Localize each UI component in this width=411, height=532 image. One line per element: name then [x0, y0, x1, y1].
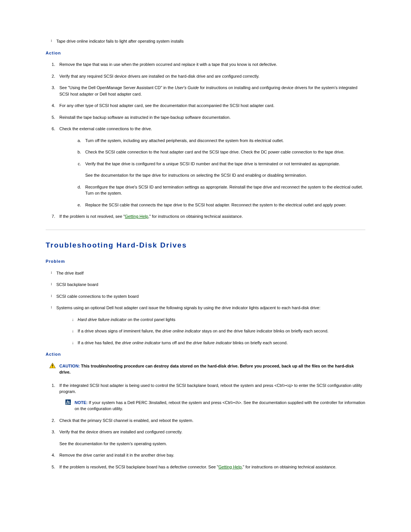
italic-text: drive online indicator [162, 329, 201, 333]
text: The drive itself [56, 271, 84, 275]
text: If a drive shows signs of imminent failu… [78, 329, 162, 333]
text: Check the SCSI cable connection to the h… [85, 150, 344, 154]
list-item: The drive itself [56, 270, 365, 276]
text: Reinstall the tape backup software as in… [59, 115, 231, 120]
text: Tape drive online indicator fails to lig… [56, 39, 183, 43]
list-item: SCSI backplane board [56, 281, 365, 288]
step-2: Verify that any required SCSI device dri… [56, 73, 365, 80]
text: Remove the drive carrier and install it … [59, 453, 174, 457]
text: stays on and the drive failure indicator… [201, 329, 328, 333]
text: Verify that the device drivers are insta… [59, 430, 182, 434]
action-steps-bottom: If the integrated SCSI host adapter is b… [46, 382, 365, 470]
text: See "Using the Dell OpenManage Server As… [59, 85, 175, 90]
step-2: Check that the primary SCSI channel is e… [56, 417, 365, 424]
caution-callout: CAUTION: This troubleshooting procedure … [46, 363, 365, 375]
text: ," for instructions on obtaining technic… [148, 214, 243, 219]
text: on the control panel lights [126, 317, 175, 322]
text: If the integrated SCSI host adapter is b… [59, 383, 362, 394]
problem-heading: Problem [46, 258, 365, 265]
text: Replace the SCSI cable that connects the… [85, 203, 346, 207]
substep-a: Turn off the system, including any attac… [82, 137, 365, 144]
step-3: See "Using the Dell OpenManage Server As… [56, 85, 365, 97]
step-1: If the integrated SCSI host adapter is b… [56, 382, 365, 412]
svg-rect-2 [52, 367, 53, 367]
svg-rect-1 [52, 364, 53, 366]
text: Systems using an optional Dell host adap… [56, 305, 320, 310]
problem-list: The drive itself SCSI backplane board SC… [46, 270, 365, 346]
text: SCSI cable connections to the system boa… [56, 294, 139, 299]
list-item: Systems using an optional Dell host adap… [56, 305, 365, 346]
text: Verify that any required SCSI device dri… [59, 74, 260, 78]
text: Check that the primary SCSI channel is e… [59, 418, 193, 423]
text: If a drive has failed, the [78, 340, 122, 345]
text: Reconfigure the tape drive's SCSI ID and… [85, 185, 363, 196]
step-4: Remove the drive carrier and install it … [56, 452, 365, 459]
text: If your system has a Dell PERC 3installe… [75, 400, 365, 411]
caution-label: CAUTION: [59, 364, 81, 368]
substeps: Turn off the system, including any attac… [59, 137, 365, 208]
substep-e: Replace the SCSI cable that connects the… [82, 202, 365, 208]
text: If the problem is resolved, the SCSI bac… [59, 465, 218, 469]
step-7: If the problem is not resolved, see "Get… [56, 213, 365, 220]
problem-sublist: Hard drive failure indicator on the cont… [56, 316, 365, 346]
text: Verify that the tape drive is configured… [85, 161, 340, 166]
top-bullet-list: Tape drive online indicator fails to lig… [46, 38, 365, 45]
text: turns off and the [161, 340, 193, 345]
list-item: Hard drive failure indicator on the cont… [78, 316, 365, 323]
section-title: Troubleshooting Hard-Disk Drives [46, 240, 365, 251]
action-heading: Action [46, 50, 365, 56]
text: Remove the tape that was in use when the… [59, 62, 277, 67]
list-item: Tape drive online indicator fails to lig… [56, 38, 365, 45]
step-1: Remove the tape that was in use when the… [56, 61, 365, 68]
note-label: NOTE: [75, 400, 89, 405]
text: blinks on briefly each second. [232, 340, 288, 345]
note-text: NOTE: If your system has a Dell PERC 3in… [75, 399, 365, 412]
text: Turn off the system, including any attac… [85, 138, 284, 143]
users-guide-italic: User's Guide [175, 85, 199, 90]
substep-c: Verify that the tape drive is configured… [82, 161, 365, 179]
text: Check the external cable connections to … [59, 126, 152, 131]
note-icon [65, 399, 71, 405]
caution-text: CAUTION: This troubleshooting procedure … [59, 363, 365, 375]
text: ," for instructions on obtaining technic… [242, 465, 336, 469]
list-item: If a drive has failed, the drive online … [78, 340, 365, 346]
italic-text: drive failure indicator [193, 340, 232, 345]
step-3: Verify that the device drivers are insta… [56, 429, 365, 447]
text: If the problem is not resolved, see " [59, 214, 125, 219]
substep-d: Reconfigure the tape drive's SCSI ID and… [82, 184, 365, 197]
action-heading-2: Action [46, 351, 365, 358]
list-item: If a drive shows signs of imminent failu… [78, 328, 365, 334]
step-4: For any other type of SCSI host adapter … [56, 102, 365, 109]
getting-help-link[interactable]: Getting Help [218, 465, 242, 469]
note-callout: NOTE: If your system has a Dell PERC 3in… [65, 399, 365, 412]
divider [46, 230, 365, 230]
step-6: Check the external cable connections to … [56, 126, 365, 208]
text: See the documentation for the system's o… [59, 441, 365, 447]
step-5: Reinstall the tape backup software as in… [56, 114, 365, 121]
getting-help-link[interactable]: Getting Help [125, 214, 148, 219]
text: SCSI backplane board [56, 282, 98, 287]
text: See the documentation for the tape drive… [85, 172, 365, 179]
substep-b: Check the SCSI cable connection to the h… [82, 149, 365, 155]
step-5: If the problem is resolved, the SCSI bac… [56, 464, 365, 470]
caution-icon [49, 363, 56, 368]
text: This troubleshooting procedure can destr… [59, 364, 354, 375]
list-item: SCSI cable connections to the system boa… [56, 293, 365, 300]
text: For any other type of SCSI host adapter … [59, 103, 274, 108]
italic-text: drive online indicator [122, 340, 161, 345]
italic-text: Hard drive failure indicator [78, 317, 126, 322]
action-steps: Remove the tape that was in use when the… [46, 61, 365, 220]
